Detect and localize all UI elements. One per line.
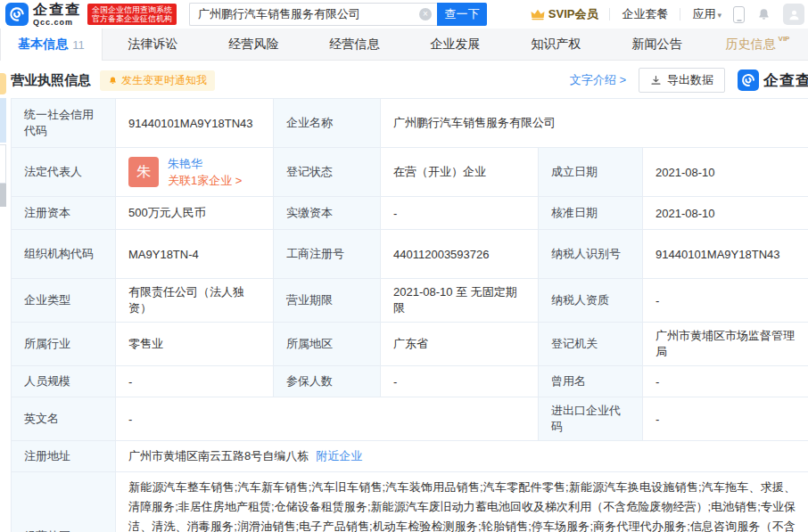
taxpayer-id-label: 纳税人识别号 (539, 230, 643, 279)
region-value: 广东省 (381, 323, 539, 366)
business-term-value: 2021-08-10 至 无固定期限 (381, 279, 539, 323)
business-scope-label: 经营范围 (12, 472, 116, 532)
text-intro-link[interactable]: 文字介绍 > (570, 72, 626, 88)
approval-date-value: 2021-08-10 (643, 197, 808, 230)
divider (609, 8, 610, 20)
org-code-label: 组织机构代码 (12, 230, 116, 279)
qcc-watermark-icon (738, 70, 759, 91)
paid-capital-label: 实缴资本 (274, 197, 381, 230)
reg-status-label: 登记状态 (274, 148, 381, 197)
top-bar: 企查查 Qcc.com 全国企业信用查询系统 官方备案企业征信机构 × 查一下 … (0, 0, 808, 29)
left-widget-fragment-white (0, 144, 6, 184)
industry-value: 零售业 (116, 323, 274, 366)
bell-icon (108, 76, 118, 86)
qcc-logo-icon (5, 3, 29, 26)
tab-operation-info[interactable]: 经营信息 (304, 29, 405, 60)
table-row: 组织机构代码 MA9Y18TN-4 工商注册号 440112003593726 … (12, 230, 808, 279)
search-button[interactable]: 查一下 (437, 3, 487, 26)
table-row: 经营范围 新能源汽车整车销售;汽车新车销售;汽车旧车销售;汽车装饰用品销售;汽车… (12, 472, 808, 532)
company-name-label: 企业名称 (274, 99, 381, 148)
credit-code-value: 91440101MA9Y18TN43 (116, 99, 274, 148)
former-name-value: - (643, 366, 808, 397)
clear-search-icon[interactable]: × (419, 8, 432, 20)
reg-status-value: 在营（开业）企业 (381, 148, 539, 197)
qcc-logo-text: 企查查 Qcc.com (33, 3, 81, 27)
legal-rep-related-companies-link[interactable]: 关联1家企业 > (168, 174, 242, 188)
approval-date-label: 核准日期 (539, 197, 643, 230)
reg-authority-value: 广州市黄埔区市场监督管理局 (643, 323, 808, 366)
former-name-label: 曾用名 (539, 366, 643, 397)
tab-news-announcements[interactable]: 新闻公告 (606, 29, 707, 60)
table-row: 所属行业 零售业 所属地区 广东省 登记机关 广州市黄埔区市场监督管理局 (12, 323, 808, 366)
staff-size-label: 人员规模 (12, 366, 116, 397)
legal-rep-avatar[interactable]: 朱 (128, 157, 159, 187)
qcc-logo[interactable]: 企查查 Qcc.com (5, 3, 81, 27)
staff-size-value: - (116, 366, 274, 397)
export-data-button[interactable]: 导出数据 (639, 68, 725, 93)
english-name-label: 英文名 (12, 397, 116, 441)
import-export-code-value: - (643, 397, 808, 441)
taxpayer-id-value: 91440101MA9Y18TN43 (643, 230, 808, 279)
legal-rep-name-link[interactable]: 朱艳华 (168, 157, 242, 171)
apps-menu[interactable]: 应用▾ (692, 6, 721, 22)
import-export-code-label: 进出口企业代码 (539, 397, 643, 441)
tab-history-info[interactable]: 历史信息 VIP (707, 29, 808, 60)
left-widget-fragment-blue (0, 98, 6, 143)
tab-legal-litigation[interactable]: 法律诉讼 (103, 29, 203, 60)
vip-superscript: VIP (779, 35, 790, 43)
insured-count-label: 参保人数 (274, 366, 381, 397)
tab-basic-info-label: 基本信息 (18, 37, 68, 53)
reg-address-value: 广州市黄埔区南云五路8号自编八栋 (128, 449, 309, 462)
top-right-menu: SVIP会员 企业套餐 应用▾ (531, 4, 803, 25)
legal-rep-label: 法定代表人 (12, 148, 116, 197)
insured-count-value: - (381, 366, 539, 397)
certification-badge-line1: 全国企业信用查询系统 (92, 5, 172, 14)
svip-label: SVIP会员 (548, 6, 598, 22)
region-label: 所属地区 (274, 323, 381, 366)
table-row: 法定代表人 朱 朱艳华 关联1家企业 > 登记状态 在营（开业）企业 成立日期 … (12, 148, 808, 197)
english-name-value: - (116, 397, 539, 441)
company-nav-tabs: 基本信息 11 法律诉讼 经营风险 经营信息 企业发展 知识产权 新闻公告 历史… (0, 29, 808, 61)
table-row: 统一社会信用代码 91440101MA9Y18TN43 企业名称 广州鹏行汽车销… (12, 99, 808, 148)
left-widget-fragment-yellow (0, 73, 6, 94)
table-row: 企业类型 有限责任公司（法人独资） 营业期限 2021-08-10 至 无固定期… (12, 279, 808, 323)
user-avatar[interactable] (783, 4, 804, 25)
establish-date-value: 2021-08-10 (643, 148, 808, 197)
reg-capital-label: 注册资本 (12, 197, 116, 230)
svip-member-link[interactable]: SVIP会员 (531, 6, 598, 22)
paid-capital-value: - (381, 197, 539, 230)
establish-date-label: 成立日期 (539, 148, 643, 197)
tab-basic-info[interactable]: 基本信息 11 (0, 29, 103, 61)
qcc-watermark: 企查查 (738, 70, 808, 91)
reg-number-label: 工商注册号 (274, 230, 381, 279)
reg-address-label: 注册地址 (12, 441, 116, 472)
nearby-companies-link[interactable]: 附近企业 (316, 449, 362, 462)
chevron-down-icon: ▾ (717, 11, 721, 20)
taxpayer-quality-value: - (643, 279, 808, 323)
industry-label: 所属行业 (12, 323, 116, 366)
section-header-actions: 文字介绍 > 导出数据 企查查 (570, 68, 808, 93)
enterprise-package-link[interactable]: 企业套餐 (622, 6, 668, 22)
change-notify-button[interactable]: 发生变更时通知我 (100, 70, 215, 91)
tab-enterprise-development[interactable]: 企业发展 (405, 29, 506, 60)
crown-icon (531, 8, 545, 20)
table-row: 注册地址 广州市黄埔区南云五路8号自编八栋附近企业 (12, 441, 808, 472)
qcc-watermark-text: 企查查 (763, 70, 808, 91)
change-notify-label: 发生变更时通知我 (121, 73, 207, 88)
company-type-label: 企业类型 (12, 279, 116, 323)
notifications-bell-icon[interactable] (756, 7, 771, 22)
tab-intellectual-property[interactable]: 知识产权 (506, 29, 606, 60)
reg-address-cell: 广州市黄埔区南云五路8号自编八栋附近企业 (116, 441, 808, 472)
table-row: 人员规模 - 参保人数 - 曾用名 - (12, 366, 808, 397)
mobile-app-icon[interactable] (733, 6, 745, 23)
divider (680, 8, 680, 20)
org-code-value: MA9Y18TN-4 (116, 230, 274, 279)
search-input[interactable] (189, 3, 437, 26)
business-term-label: 营业期限 (274, 279, 381, 323)
business-license-table: 统一社会信用代码 91440101MA9Y18TN43 企业名称 广州鹏行汽车销… (11, 98, 808, 532)
tab-basic-info-count: 11 (72, 38, 85, 52)
reg-authority-label: 登记机关 (539, 323, 643, 366)
section-title: 营业执照信息 (11, 72, 91, 89)
tab-operation-risk[interactable]: 经营风险 (203, 29, 304, 60)
certification-badge-line2: 官方备案企业征信机构 (92, 14, 172, 23)
